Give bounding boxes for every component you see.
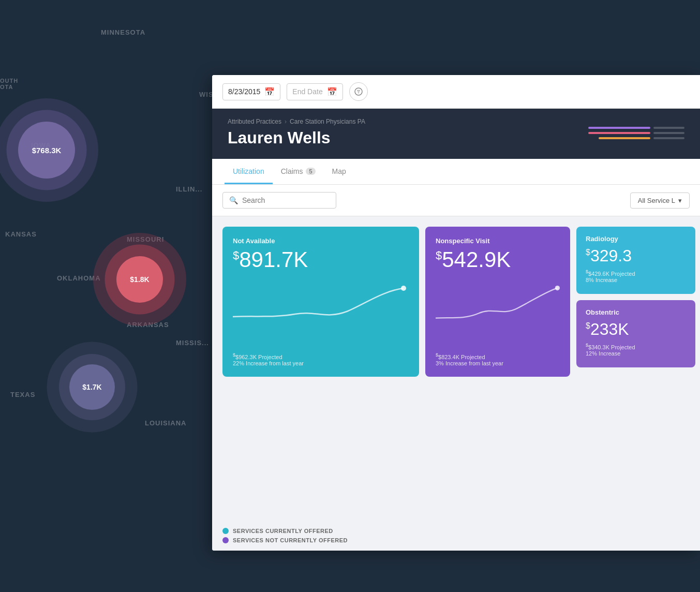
legend-label-offered: SERVICES CURRENTLY OFFERED [233,528,333,534]
start-date-value: 8/23/2015 [228,87,260,96]
start-calendar-icon[interactable]: 📅 [264,87,275,97]
card-nonspecific-projected: $$823.4K Projected 3% Increase from last… [436,352,503,366]
header-right [588,127,684,139]
legend-bar-red [588,132,684,134]
search-input[interactable] [242,196,330,204]
bubble-1-8k-label: $1.8K [130,275,149,284]
breadcrumb-attributed[interactable]: Attributed Practices [228,118,281,125]
service-filter-label: All Service L [638,197,675,204]
service-filter-button[interactable]: All Service L ▾ [630,193,690,209]
legend-line-red [588,132,650,134]
map-label-nth-dakota: OUTHOTA [0,78,18,90]
chevron-down-icon: ▾ [678,197,682,204]
card-not-available-projected: $$962.3K Projected 22% Increase from las… [233,352,304,366]
legend-line-gray-3 [653,137,684,139]
cards-grid: Not Available $891.7K $$962.3K Projected… [222,227,690,377]
patient-name: Lauren Wells [228,128,365,147]
legend-line-gray-1 [653,127,684,129]
legend-line-orange [599,137,650,139]
breadcrumb: Attributed Practices › Care Station Phys… [228,118,365,125]
card-not-available-amount: $891.7K [233,249,409,271]
map-label-illinois: ILLIN... [176,185,202,193]
legend-bar-purple [588,127,684,129]
legend-item-offered: SERVICES CURRENTLY OFFERED [222,528,690,534]
card-not-available: Not Available $891.7K $$962.3K Projected… [222,227,419,377]
main-panel: 8/23/2015 📅 End Date 📅 Attributed Practi… [212,75,700,551]
card-obstentric: Obstentric $233K $$340.3K Projected 12% … [576,300,695,367]
card-nonspecific-sparkline [436,278,560,330]
search-filter-bar: 🔍 All Service L ▾ [212,185,700,216]
header-section: Attributed Practices › Care Station Phys… [212,109,700,159]
map-label-kansas: KANSAS [5,230,37,238]
legend-dot-not-offered [222,537,229,543]
date-bar: 8/23/2015 📅 End Date 📅 [212,75,700,109]
card-not-available-title: Not Available [233,237,409,245]
legend-line-purple [588,127,650,129]
tab-utilization-label: Utilization [233,167,264,175]
card-obstentric-projected: $$340.3K Projected 12% Increase [586,343,686,357]
filter-button[interactable] [349,82,368,101]
tabs-bar: Utilization Claims 5 Map [212,159,700,185]
legend-dot-offered [222,528,229,534]
header-left: Attributed Practices › Care Station Phys… [228,118,365,147]
tab-map[interactable]: Map [324,159,354,184]
start-date-input[interactable]: 8/23/2015 📅 [222,83,280,100]
svg-point-5 [555,286,560,290]
search-icon: 🔍 [229,196,238,204]
card-radiology-projected: $$429.6K Projected 8% Increase [586,269,686,283]
legend-item-not-offered: SERVICES NOT CURRENTLY OFFERED [222,537,690,543]
card-radiology-amount: $329.3 [586,247,686,265]
tab-claims-label: Claims [281,167,303,175]
card-nonspecific-title: Nonspecific Visit [436,237,560,245]
breadcrumb-separator: › [285,118,287,125]
legend-label-not-offered: SERVICES NOT CURRENTLY OFFERED [233,537,348,543]
breadcrumb-practice[interactable]: Care Station Physicians PA [290,118,365,125]
map-label-louisiana: LOUISIANA [145,419,187,427]
card-nonspecific-amount: $542.9K [436,249,560,271]
card-obstentric-title: Obstentric [586,308,686,316]
card-nonspecific-visit: Nonspecific Visit $542.9K $$823.4K Proje… [425,227,570,377]
legend-bar-orange [599,137,684,139]
svg-point-4 [401,286,406,291]
map-label-texas: TEXAS [10,391,35,398]
legend-bottom: SERVICES CURRENTLY OFFERED SERVICES NOT … [212,521,700,551]
card-radiology-title: Radiology [586,235,686,243]
end-date-placeholder: End Date [292,87,322,96]
card-not-available-sparkline [233,278,409,330]
legend-line-gray-2 [653,132,684,134]
map-label-minnesota: MINNESOTA [101,28,145,36]
card-radiology: Radiology $329.3 $$429.6K Projected 8% I… [576,227,695,294]
small-cards-column: Radiology $329.3 $$429.6K Projected 8% I… [576,227,695,367]
bubble-1-7k-label: $1.7K [82,383,101,391]
end-date-input[interactable]: End Date 📅 [287,83,342,100]
cards-area: Not Available $891.7K $$962.3K Projected… [212,216,700,521]
bubble-768k-label: $768.3K [32,146,62,155]
tab-claims[interactable]: Claims 5 [273,159,324,184]
tab-map-label: Map [332,167,346,175]
card-obstentric-amount: $233K [586,320,686,338]
tab-utilization[interactable]: Utilization [225,159,273,184]
end-calendar-icon[interactable]: 📅 [327,87,337,97]
search-input-wrap[interactable]: 🔍 [222,192,336,209]
map-label-mississippi: MISSIS... [176,339,209,347]
tab-claims-badge: 5 [306,168,315,175]
